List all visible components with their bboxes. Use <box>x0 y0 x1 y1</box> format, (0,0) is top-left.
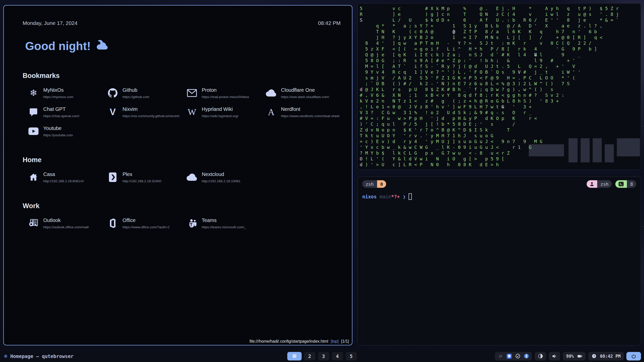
tab-zsh[interactable]: zsh 0 <box>362 180 386 188</box>
tab-index-badge: 0 <box>377 180 386 188</box>
bookmark-nextcloud[interactable]: Nextcloud http://192.168.2.16:10081 <box>186 171 265 183</box>
battery-percent: 98% <box>566 354 574 359</box>
shell-prompt: nixos main *?+ ❯ <box>362 193 641 200</box>
terminal-cursor[interactable] <box>409 193 412 200</box>
greeting: Good night! <box>25 39 341 53</box>
user-icon <box>587 180 597 188</box>
bookmark-nixvim[interactable]: V Nixvim https://nix-community.github.io… <box>107 106 186 118</box>
terminal-icon <box>615 180 627 188</box>
cloud-icon <box>186 171 198 183</box>
workspace-2[interactable]: 2 <box>304 352 315 360</box>
taskbar-window-title-module: ❄ Homepage — qutebrowser <box>4 353 73 359</box>
zellij-tab-bar: zsh 0 zsh 8 <box>358 177 641 188</box>
active-window-title: Homepage — qutebrowser <box>10 353 74 359</box>
wiki-w-icon: W <box>186 106 198 118</box>
bookmark-github[interactable]: Github https://github.com <box>107 87 186 99</box>
session-indicator[interactable]: zsh <box>587 180 612 188</box>
section-title-home: Home <box>23 156 341 164</box>
statusbar-tab-counter: [1/1] <box>341 339 349 344</box>
clock-module[interactable]: 08:42 PM <box>588 352 624 360</box>
outlook-icon <box>28 217 39 229</box>
power-icon <box>631 354 636 359</box>
workspace-3[interactable]: 3 <box>318 352 329 360</box>
kdeconnect-icon[interactable] <box>498 354 503 359</box>
house-icon <box>28 171 39 183</box>
cloud-icon <box>265 87 277 99</box>
battery-charging-icon <box>577 354 582 359</box>
system-tray <box>495 352 532 360</box>
qutebrowser-statusbar: file:///home/hadi/.config/startpage/inde… <box>250 339 349 344</box>
office-icon <box>107 217 118 229</box>
shield-icon[interactable] <box>507 354 512 359</box>
volume-module[interactable] <box>549 352 560 360</box>
prompt-host: nixos <box>362 194 377 199</box>
power-button[interactable] <box>626 352 641 360</box>
pane-count: 8 <box>627 180 636 188</box>
workspace-4[interactable]: 4 <box>332 352 343 360</box>
tab-label: zsh <box>362 180 377 188</box>
bookmark-cloudflare[interactable]: Cloudflare One https://one.dash.cloudfla… <box>265 87 345 99</box>
youtube-icon <box>28 125 39 137</box>
bookmark-youtube[interactable]: Youtube https://youtube.com <box>28 125 107 137</box>
session-label: zsh <box>597 180 612 188</box>
bookmark-plex[interactable]: Plex http://192.168.2.16:32400 <box>107 171 186 183</box>
night-light-toggle[interactable] <box>535 352 546 360</box>
prompt-git-status: *?+ <box>391 194 400 199</box>
matrix-rain-highlight-text: S @ V V d <box>360 6 537 167</box>
matrix-column-highlight <box>617 138 640 156</box>
check-circle-icon[interactable] <box>515 354 520 359</box>
bookmark-proton[interactable]: Proton https://mail.proton.me/u/0/inbox <box>186 87 265 99</box>
github-icon <box>107 87 118 99</box>
nix-snowflake-icon: ❄ <box>4 353 7 359</box>
nix-snowflake-icon: ❄ <box>28 87 39 99</box>
bookmark-outlook[interactable]: Outlook https://outlook.office.com/mail/ <box>28 217 107 229</box>
bookmark-office[interactable]: Office https://www.office.com/?auth=2 <box>107 217 186 229</box>
cmatrix-terminal-window: 5 v c # X k M p % @ . E j . H * A y h q … <box>357 3 641 170</box>
plex-icon <box>107 171 118 183</box>
workspace-1-active[interactable] <box>287 352 302 360</box>
shell-terminal-window: zsh 0 zsh 8 nixos main *?+ ❯ <box>357 176 641 345</box>
pane-counter[interactable]: 8 <box>615 180 636 188</box>
workspace-5[interactable]: 5 <box>346 352 357 360</box>
clock-time: 08:42 PM <box>600 354 621 359</box>
startpage-time: 08:42 PM <box>318 20 341 26</box>
workspace-switcher: 2 3 4 5 <box>287 352 357 360</box>
moon-cloud-icon <box>94 39 108 53</box>
statusbar-url: file:///home/hadi/.config/startpage/inde… <box>250 339 328 344</box>
qutebrowser-window: Monday, June 17, 2024 08:42 PM Good nigh… <box>3 5 352 345</box>
bookmarks-grid: ❄ MyNixOs https://mynixos.com Github htt… <box>28 87 341 137</box>
prompt-git-branch: main <box>380 194 391 199</box>
bookmark-nerdfont[interactable]: A Nerdfont https://www.nerdfonts.com/che… <box>265 106 345 118</box>
serif-a-icon: A <box>265 106 277 118</box>
vim-v-icon: V <box>107 106 118 118</box>
taskbar-right-modules: 98% 08:42 PM <box>495 352 641 360</box>
bookmark-hyprland-wiki[interactable]: W Hyprland Wiki https://wiki.hyprland.or… <box>186 106 265 118</box>
taskbar: ❄ Homepage — qutebrowser 2 3 4 5 <box>0 350 644 362</box>
statusbar-scroll-position: [top] <box>331 339 339 344</box>
battery-module[interactable]: 98% <box>563 352 586 360</box>
section-title-work: Work <box>23 202 341 210</box>
prompt-arrow: ❯ <box>403 194 406 199</box>
speaker-icon <box>552 354 557 359</box>
teams-icon <box>186 217 198 229</box>
clock-icon <box>591 354 596 359</box>
bookmark-mynixos[interactable]: ❄ MyNixOs https://mynixos.com <box>28 87 107 99</box>
chat-bubble-icon <box>28 106 39 118</box>
active-workspace-dot <box>293 354 296 358</box>
home-grid: Casa http://192.168.2.16:8081/#/ Plex ht… <box>28 171 341 183</box>
work-grid: Outlook https://outlook.office.com/mail/… <box>28 217 341 229</box>
mail-icon <box>186 87 198 99</box>
section-title-bookmarks: Bookmarks <box>23 72 341 80</box>
bookmark-casa[interactable]: Casa http://192.168.2.16:8081/#/ <box>28 171 107 183</box>
startpage-date: Monday, June 17, 2024 <box>23 20 77 26</box>
bluetooth-icon[interactable] <box>524 354 529 359</box>
bookmark-teams[interactable]: Teams https://teams.microsoft.com/_ <box>186 217 265 229</box>
bookmark-chatgpt[interactable]: Chat GPT https://chat.openai.com/ <box>28 106 107 118</box>
half-moon-icon <box>538 354 543 359</box>
